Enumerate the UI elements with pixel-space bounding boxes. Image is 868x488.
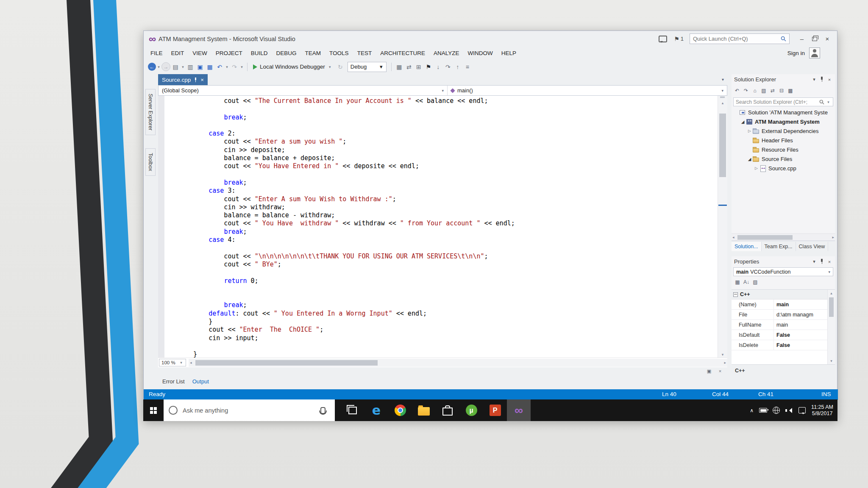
se-tab-solution-[interactable]: Solution...	[732, 242, 762, 251]
action-center-icon[interactable]	[798, 407, 806, 413]
property-row[interactable]: IsDeleteFalse	[732, 340, 835, 350]
code-line[interactable]: cout << " You Have withdraw " << withdra…	[178, 219, 718, 227]
window-position-icon[interactable]: ▣	[704, 367, 714, 375]
file-explorer-taskbar-button[interactable]	[412, 399, 436, 421]
configuration-combo[interactable]: Debug ▾	[348, 62, 387, 72]
properties-scrollbar[interactable]: ▴ ▾	[827, 290, 835, 364]
code-line[interactable]: break;	[178, 114, 718, 122]
code-line[interactable]	[178, 122, 718, 130]
minimize-button[interactable]: –	[796, 34, 808, 44]
chrome-taskbar-button[interactable]	[388, 399, 412, 421]
notifications-flag[interactable]: ⚑ 1	[674, 36, 684, 42]
code-line[interactable]: cout << "The Current Balance In your Acc…	[178, 97, 718, 105]
bookmark-icon[interactable]: ⚑	[424, 62, 433, 72]
powerpoint-taskbar-button[interactable]: P	[483, 399, 507, 421]
microphone-icon[interactable]	[320, 407, 326, 414]
splitter-grip-icon[interactable]	[720, 97, 725, 101]
close-icon[interactable]: ×	[826, 76, 832, 83]
toggle-output-icon[interactable]: ≡	[463, 62, 472, 72]
menu-item-project[interactable]: PROJECT	[211, 48, 247, 58]
tree-item[interactable]: Resource Files	[732, 145, 835, 154]
scroll-right-icon[interactable]: ▸	[832, 235, 834, 239]
menu-item-build[interactable]: BUILD	[247, 48, 272, 58]
close-icon[interactable]: ×	[826, 258, 832, 265]
clock[interactable]: 11:25 AM 5/8/2017	[811, 404, 833, 417]
scroll-down-icon[interactable]: ▾	[828, 359, 835, 363]
code-line[interactable]	[178, 293, 718, 301]
tree-item[interactable]: ◢Source Files	[732, 154, 835, 164]
bottom-tab-output[interactable]: Output	[189, 377, 212, 386]
editor-horizontal-scrollbar[interactable]: ◂ ▸	[189, 359, 727, 367]
menu-item-help[interactable]: HELP	[497, 48, 520, 58]
open-file-icon[interactable]: ▥	[186, 62, 195, 72]
user-avatar-icon[interactable]	[809, 47, 820, 58]
code-line[interactable]: cout << "\n\n\n\n\n\n\t\tTHANK YOU FOR U…	[178, 252, 718, 261]
editor-vertical-scrollbar[interactable]: ▴ ▾	[718, 96, 727, 358]
hidden-icons-chevron-icon[interactable]: ∧	[750, 408, 754, 413]
navigate-backward-menu-icon[interactable]: ▾	[156, 62, 161, 72]
code-line[interactable]: }	[178, 318, 718, 326]
task-view-taskbar-button[interactable]	[341, 399, 364, 421]
step-into-icon[interactable]: ↓	[434, 62, 443, 72]
code-line[interactable]: cout << "Enter a sum you wish ";	[178, 138, 718, 146]
bottom-tab-error-list[interactable]: Error List	[159, 377, 188, 386]
property-row[interactable]: FullNamemain	[732, 320, 835, 330]
visual-studio-taskbar-button[interactable]: ∞	[507, 399, 531, 421]
categorized-icon[interactable]: ▦	[734, 278, 741, 286]
code-line[interactable]: cout << "Enter The ChOICE ";	[178, 326, 718, 334]
code-line[interactable]: default: cout << " You Entered In a Worn…	[178, 310, 718, 318]
property-row[interactable]: Filed:\atm managm	[732, 310, 835, 320]
save-icon[interactable]: ▣	[195, 62, 205, 72]
code-line[interactable]: cout << " BYe";	[178, 261, 718, 269]
store-taskbar-button[interactable]	[436, 399, 459, 421]
feedback-icon[interactable]	[659, 36, 667, 42]
start-button[interactable]	[143, 399, 164, 421]
close-tab-icon[interactable]: ×	[200, 77, 204, 83]
code-line[interactable]	[178, 105, 718, 113]
redo-menu-icon[interactable]: ▾	[239, 62, 244, 72]
se-tab-class-view[interactable]: Class View	[796, 242, 829, 251]
code-line[interactable]: break;	[178, 179, 718, 187]
tree-item[interactable]: Solution 'ATM Managment Syste	[732, 108, 835, 117]
menu-item-file[interactable]: FILE	[146, 48, 167, 58]
sign-in-link[interactable]: Sign in	[787, 50, 805, 56]
solution-explorer-horizontal-scrollbar[interactable]: ◂ ▸	[732, 233, 835, 241]
side-tab-server-explorer[interactable]: Server Explorer	[145, 89, 156, 135]
scroll-left-icon[interactable]: ◂	[732, 235, 734, 239]
search-options-caret-icon[interactable]: ▾	[826, 97, 831, 107]
menu-item-test[interactable]: TEST	[353, 48, 376, 58]
alphabetical-icon[interactable]: A↓	[743, 278, 750, 286]
code-line[interactable]: cin >> withdraw;	[178, 203, 718, 211]
code-line[interactable]	[178, 342, 718, 350]
properties-icon[interactable]: ▩	[787, 86, 794, 95]
code-line[interactable]: case 2:	[178, 130, 718, 138]
scrollbar-thumb[interactable]	[829, 297, 834, 317]
step-out-icon[interactable]: ↑	[453, 62, 462, 72]
scroll-right-icon[interactable]: ▸	[724, 360, 726, 365]
scroll-up-icon[interactable]: ▴	[828, 291, 835, 295]
property-category-row[interactable]: C++	[732, 290, 835, 299]
scrollbar-thumb[interactable]	[719, 114, 726, 177]
collapse-category-icon[interactable]	[733, 292, 738, 297]
code-line[interactable]: cin >> deposite;	[178, 146, 718, 154]
code-line[interactable]: cout << "You Have Entered in " << deposi…	[178, 162, 718, 170]
navigate-forward-icon[interactable]: →	[161, 62, 170, 71]
forward-icon[interactable]: ↷	[742, 86, 750, 95]
menu-item-tools[interactable]: TOOLS	[325, 48, 353, 58]
code-editor[interactable]: cout << "The Current Balance In your Acc…	[158, 96, 727, 358]
home-icon[interactable]: ⌂	[751, 86, 759, 95]
back-icon[interactable]: ↶	[733, 86, 741, 95]
menu-item-architecture[interactable]: ARCHITECTURE	[376, 48, 429, 58]
new-file-icon[interactable]: ▤	[171, 62, 180, 72]
close-button[interactable]: ×	[821, 34, 834, 44]
refresh-icon[interactable]: ↻	[336, 62, 345, 72]
property-row[interactable]: (Name)main	[732, 299, 835, 310]
pin-tab-icon[interactable]	[194, 78, 197, 82]
side-tab-toolbox[interactable]: Toolbox	[145, 148, 156, 176]
undo-icon[interactable]: ↶	[215, 62, 224, 72]
code-line[interactable]: case 3:	[178, 187, 718, 195]
build-selection-icon[interactable]: ⊞	[414, 62, 423, 72]
show-all-files-icon[interactable]: ▧	[760, 86, 768, 95]
undo-menu-icon[interactable]: ▾	[225, 62, 229, 72]
menu-item-debug[interactable]: DEBUG	[272, 48, 301, 58]
